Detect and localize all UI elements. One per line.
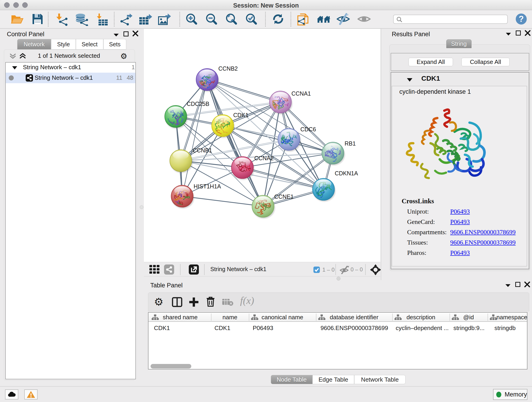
svg-text:CCNB2: CCNB2 — [218, 65, 238, 72]
svg-text:RB1: RB1 — [345, 140, 356, 147]
svg-text:CDC6: CDC6 — [300, 126, 316, 133]
svg-text:CCNA2: CCNA2 — [254, 155, 274, 161]
svg-text:CDKN1A: CDKN1A — [335, 170, 358, 177]
svg-text:?: ? — [519, 14, 524, 24]
svg-text:CCNA1: CCNA1 — [291, 90, 311, 97]
svg-text:CDC25B: CDC25B — [187, 101, 209, 107]
svg-text:HIST1H1A: HIST1H1A — [194, 183, 221, 190]
svg-text:CCNB1: CCNB1 — [193, 147, 212, 153]
svg-text:CCNE1: CCNE1 — [274, 193, 294, 200]
svg-text:CDK1: CDK1 — [233, 112, 249, 118]
